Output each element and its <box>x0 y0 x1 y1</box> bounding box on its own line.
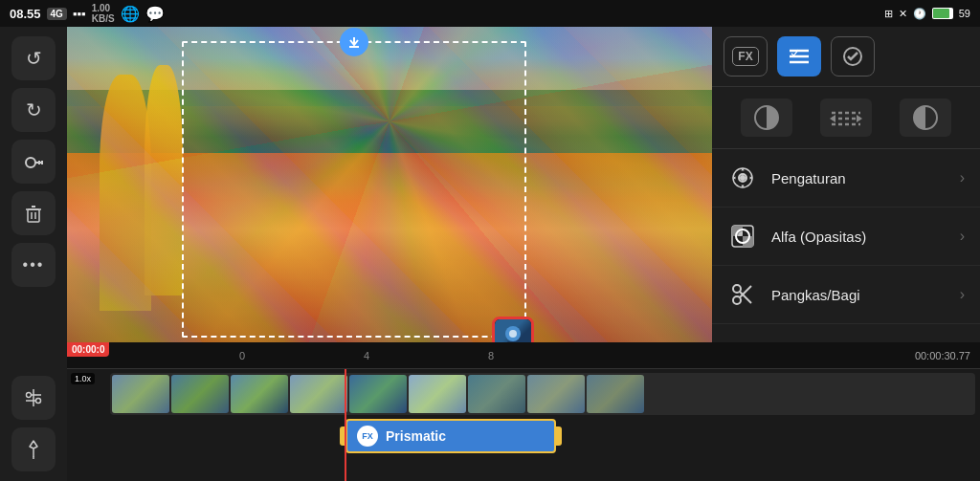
half-circle-icon <box>752 103 781 132</box>
timeline-tracks: 1.0x FX Prismatic <box>67 369 980 481</box>
keyframe-inner <box>495 319 531 342</box>
key-button[interactable] <box>11 140 56 184</box>
selection-box[interactable] <box>182 41 526 338</box>
adjust-icon <box>23 387 44 408</box>
filter-icons-row <box>712 87 980 149</box>
keyframe-icon <box>500 324 526 342</box>
pangkas-chevron: › <box>960 286 965 303</box>
video-track: 1.0x <box>67 369 980 419</box>
pangkas-label: Pangkas/Bagi <box>771 287 947 303</box>
more-dots: ••• <box>23 256 45 273</box>
dark-half-icon <box>911 103 940 132</box>
current-time-text: 00:00:0 <box>72 344 104 355</box>
kbps-display: 1.00KB/S <box>92 3 115 24</box>
app-icon-2: 💬 <box>145 5 165 23</box>
pengaturan-chevron: › <box>960 169 965 186</box>
speed-icon <box>830 105 862 130</box>
tab-list[interactable] <box>777 36 821 77</box>
pin-button[interactable] <box>11 427 56 471</box>
total-time-display: 00:00:30.77 <box>915 350 970 361</box>
panel-tabs: FX <box>712 27 980 87</box>
svg-point-18 <box>509 330 517 338</box>
delete-button[interactable] <box>11 191 56 235</box>
thumb-4 <box>290 375 347 413</box>
half-circle-filter-btn[interactable] <box>741 98 792 137</box>
trash-icon <box>23 203 44 224</box>
check-icon <box>842 46 863 67</box>
thumb-6 <box>409 375 466 413</box>
effect-track: FX Prismatic <box>110 419 970 453</box>
keyframe-marker[interactable] <box>492 317 534 342</box>
key-icon <box>23 151 44 172</box>
pangkas-item[interactable]: Pangkas/Bagi › <box>712 266 980 324</box>
svg-point-32 <box>740 175 746 181</box>
settings-icon <box>727 163 758 193</box>
svg-point-12 <box>27 393 32 398</box>
thumb-3 <box>231 375 288 413</box>
undo-button[interactable]: ↺ <box>11 36 56 80</box>
download-icon <box>347 35 361 49</box>
prismatic-clip[interactable]: FX Prismatic <box>345 419 556 453</box>
pin-icon <box>24 439 43 460</box>
fx-badge: FX <box>362 431 373 441</box>
list-icon <box>788 47 811 66</box>
svg-marker-27 <box>857 115 862 122</box>
video-clip[interactable]: 1.0x <box>110 373 975 415</box>
thumb-8 <box>527 375 585 413</box>
alfa-chevron: › <box>960 228 965 245</box>
tab-fx[interactable]: FX <box>724 36 768 77</box>
current-time-badge: 00:00:0 <box>67 342 109 357</box>
alfa-item[interactable]: Alfa (Opasitas) › <box>712 208 980 266</box>
timeline-area: 00:00:0 0 4 8 00:00:30.77 1.0x <box>67 342 980 481</box>
prismatic-label: Prismatic <box>386 428 545 444</box>
svg-marker-28 <box>830 115 835 122</box>
status-bar: 08.55 4G ▪▪▪ 1.00KB/S 🌐 💬 ⊞ ✕ 🕐 59 <box>0 0 980 27</box>
fx-label: FX <box>732 47 758 66</box>
thumb-5 <box>349 375 407 413</box>
alfa-icon <box>727 221 758 251</box>
dark-half-filter-btn[interactable] <box>900 98 951 137</box>
signal-icon: ▪▪▪ <box>73 7 86 21</box>
svg-point-13 <box>36 399 41 404</box>
scissors-icon <box>727 279 758 310</box>
svg-point-38 <box>733 285 741 293</box>
status-right: ⊞ ✕ 🕐 59 <box>884 8 970 20</box>
battery-indicator <box>932 8 953 19</box>
svg-point-0 <box>26 158 35 167</box>
thumb-9 <box>587 375 644 413</box>
thumb-1 <box>112 375 169 413</box>
time-marker-4: 4 <box>364 350 369 361</box>
clock-icon: 🕐 <box>913 8 926 20</box>
wifi-icon: ✕ <box>899 8 907 20</box>
adjust-button[interactable] <box>11 376 56 420</box>
pengaturan-item[interactable]: Pengaturan › <box>712 149 980 208</box>
app-icon-1: 🌐 <box>121 5 140 23</box>
svg-point-37 <box>733 296 741 304</box>
thumb-2 <box>171 375 229 413</box>
svg-rect-4 <box>28 209 39 222</box>
left-toolbar: ↺ ↻ ••• <box>0 27 67 481</box>
right-panel: FX <box>712 27 980 342</box>
effect-handle-right[interactable] <box>554 426 562 446</box>
status-left: 08.55 4G ▪▪▪ 1.00KB/S 🌐 💬 <box>10 3 165 24</box>
network-badge: 4G <box>47 8 67 20</box>
speed-filter-btn[interactable] <box>820 98 872 137</box>
time-marker-0: 0 <box>239 350 245 361</box>
effect-fx-icon: FX <box>357 426 378 447</box>
timeline-ruler: 00:00:0 0 4 8 00:00:30.77 <box>67 342 980 369</box>
cast-icon: ⊞ <box>884 8 893 20</box>
time-display: 08.55 <box>10 7 41 21</box>
battery-percent: 59 <box>959 8 970 19</box>
video-area <box>67 27 712 342</box>
timeline-cursor[interactable] <box>345 369 346 481</box>
selection-handle-top[interactable] <box>340 28 368 56</box>
toolbar-bottom <box>11 376 56 481</box>
alfa-label: Alfa (Opasitas) <box>771 229 947 245</box>
time-marker-8: 8 <box>488 350 494 361</box>
pengaturan-label: Pengaturan <box>771 170 947 186</box>
thumb-7 <box>468 375 525 413</box>
tab-check[interactable] <box>831 36 875 77</box>
more-button[interactable]: ••• <box>11 243 56 287</box>
redo-button[interactable]: ↻ <box>11 88 56 132</box>
video-background <box>67 27 712 342</box>
